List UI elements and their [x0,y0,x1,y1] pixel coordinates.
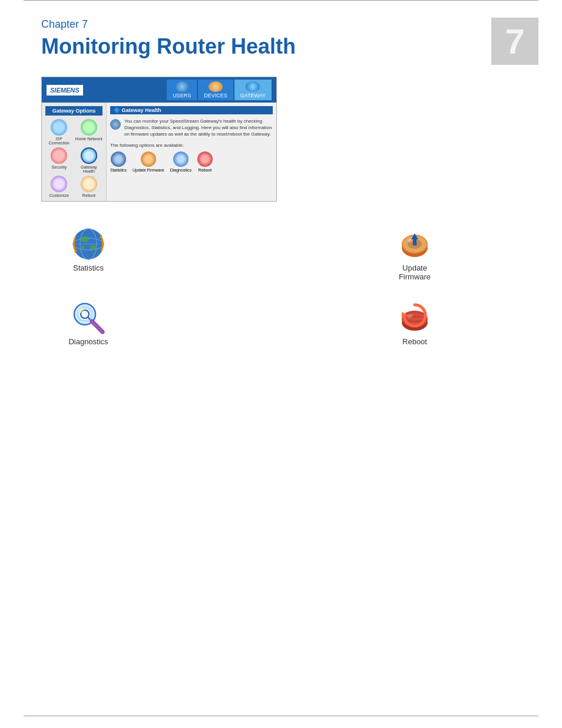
statistics-icon-item: Statistics [53,225,124,281]
diagnostics-label: Diagnostics [68,337,108,346]
router-main-title: 🔷 Gateway Health [110,106,273,114]
chapter-title: Monitoring Router Health [41,34,521,59]
sidebar-gateway-health: Gateway Health [75,147,103,173]
diagnostics-icon-item: Diagnostics [53,299,124,346]
svg-line-21 [92,321,103,332]
chapter-number: 7 [505,21,524,62]
nav-gateway: GATEWAY [234,80,272,100]
option-update: Update Firmware [133,151,164,172]
router-screenshot: SIEMENS USERS DEVICES GATEWAY G [41,77,277,202]
option-reboot: Reboot [197,151,213,172]
router-main: 🔷 Gateway Health You can monitor your Sp… [107,103,276,201]
nav-devices: DEVICES [198,80,233,100]
diagnostics-icon [70,299,108,337]
sidebar-security: Security [45,147,73,173]
router-option-icons: Statistics Update Firmware Diagnostics R… [110,151,273,172]
nav-users: USERS [167,80,197,100]
chapter-badge: 7 [491,18,538,65]
option-statistics: Statistics [110,151,127,172]
sidebar-reboot: Reboot [75,176,103,197]
svg-point-6 [80,246,85,249]
router-nav: USERS DEVICES GATEWAY [167,80,272,100]
update-firmware-label: UpdateFirmware [399,263,431,281]
update-firmware-icon-item: UpdateFirmware [379,225,450,281]
reboot-icon [396,299,434,337]
sidebar-customize: Customize [45,176,73,197]
large-icons-grid: Statistics UpdateFirmware [41,225,521,346]
update-firmware-icon [396,225,434,263]
svg-point-5 [90,245,97,250]
chapter-label: Chapter 7 [41,18,521,31]
svg-rect-15 [413,239,416,245]
sidebar-home: Home Network [75,119,103,145]
bottom-rule [24,716,538,716]
statistics-icon [70,225,108,263]
router-sidebar: Gateway Options ISP Connection Home Netw… [42,103,107,201]
reboot-icon-item: Reboot [379,299,450,346]
sidebar-title: Gateway Options [45,106,103,116]
svg-point-4 [81,236,89,242]
sidebar-icons: ISP Connection Home Network Security Gat… [45,119,103,197]
router-body: Gateway Options ISP Connection Home Netw… [42,103,276,201]
router-desc: You can monitor your SpeedStream Gateway… [124,118,273,138]
options-label: The following options are available: [110,143,273,148]
router-logo: SIEMENS [47,85,83,95]
router-header: SIEMENS USERS DEVICES GATEWAY [42,77,276,103]
statistics-label: Statistics [73,263,104,272]
option-diagnostics: Diagnostics [170,151,191,172]
sidebar-isp: ISP Connection [45,119,73,145]
reboot-label: Reboot [402,337,427,346]
